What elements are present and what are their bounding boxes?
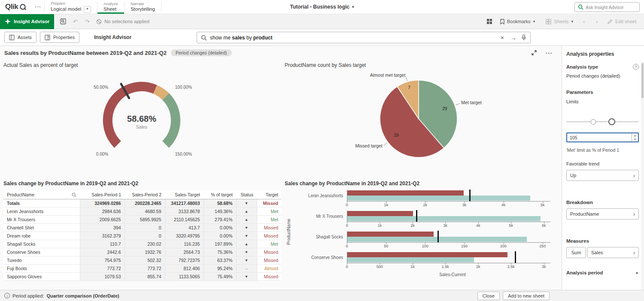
pie-chart[interactable]: ProductName count by Sales target 29Met …	[281, 60, 562, 178]
table-row[interactable]: Dream robe3162.37903320.497950.00%▼Misse…	[3, 232, 281, 240]
expand-icon[interactable]	[532, 50, 537, 55]
table-row[interactable]: Shagall Socks110.7230.02116.235197.89%▲M…	[3, 240, 281, 248]
met-limit-input[interactable]	[567, 133, 632, 141]
panel-scrollbar[interactable]	[641, 62, 644, 290]
slider-handle-low[interactable]	[591, 119, 596, 125]
limits-widget: ▲▼ 'Met' limit as % of Period 1	[566, 107, 639, 153]
period2-bar[interactable]	[347, 216, 541, 221]
sheets-menu[interactable]: Sheets ▾	[542, 19, 577, 24]
period1-bar[interactable]	[347, 190, 464, 196]
app-title-selector[interactable]: Tutorial - Business logic ▾	[290, 0, 354, 14]
column-header[interactable]: % of target	[204, 190, 236, 199]
nav-analyze[interactable]: Analyze Sheet	[97, 0, 124, 14]
next-sheet-icon[interactable]: ›	[591, 16, 602, 27]
more-menu-button[interactable]: ⋯	[31, 0, 44, 14]
nav-narrate[interactable]: Narrate Storytelling	[125, 0, 161, 14]
ask-insight-advisor-search[interactable]	[574, 2, 640, 12]
selection-tools: ↶ ↷ No selections applied	[54, 16, 155, 27]
search-query-text[interactable]: show me sales by product	[210, 35, 496, 41]
gauge-chart[interactable]: Actual Sales as percent of target 0.00%5…	[0, 60, 281, 178]
period2-bar[interactable]	[347, 257, 474, 262]
microphone-icon[interactable]	[521, 34, 526, 41]
analysis-type-badge[interactable]: Period changes (detailed)	[171, 49, 232, 56]
sheet-overview-icon[interactable]	[484, 16, 495, 27]
divider	[161, 2, 161, 12]
bullet-category-label: Mr X Trousers	[292, 211, 347, 222]
column-header[interactable]: Sales-Period 1	[80, 190, 125, 199]
column-header[interactable]: Sales-Target	[165, 190, 204, 199]
stepper-buttons[interactable]: ▲▼	[632, 133, 638, 141]
table-row[interactable]: Chantell Shirt3940413.70.00%▼Missed	[3, 224, 281, 232]
axis-tick-label: 3k	[462, 203, 467, 207]
help-icon[interactable]: ?	[633, 64, 639, 70]
axis-tick-label: 2.5k	[507, 265, 515, 269]
table-cell: Chantell Shirt	[3, 224, 80, 232]
ask-insight-advisor-input[interactable]	[586, 5, 636, 10]
chart-more-menu-icon[interactable]: ⋯	[545, 49, 552, 57]
period1-bar[interactable]	[347, 232, 434, 237]
chevron-right-icon: ›	[633, 211, 635, 217]
table-cell: Almost	[257, 265, 281, 273]
limits-slider[interactable]	[566, 118, 639, 126]
step-back-icon[interactable]: ↶	[70, 16, 81, 27]
table-cell: 2110.145625	[165, 216, 204, 224]
x-axis-title: Sales-Current	[347, 272, 558, 277]
clear-search-icon[interactable]: ×	[499, 34, 506, 41]
table-cell: 5895.9925	[125, 216, 165, 224]
period2-bar[interactable]	[347, 237, 527, 242]
step-up-icon[interactable]: ▲	[634, 134, 636, 138]
step-forward-icon[interactable]: ↷	[82, 16, 93, 27]
bookmarks-menu[interactable]: Bookmarks ▾	[497, 19, 539, 24]
bullet-chart[interactable]: Sales change by ProductName in 2019-Q2 a…	[281, 178, 562, 290]
insight-search-box[interactable]: show me sales by product × →	[197, 32, 531, 43]
insight-advisor-button[interactable]: Insight Advisor	[0, 14, 54, 29]
comparison-table[interactable]: Sales change by ProductName in 2019-Q2 a…	[0, 178, 281, 290]
chevron-down-icon[interactable]: ▾	[636, 271, 638, 275]
table-row[interactable]: Conserve Shoes2442.61932.762564.7375.36%…	[3, 248, 281, 256]
table-totals-row[interactable]: Totals324969.0286200228.2465341217.48003…	[3, 199, 281, 208]
assets-button[interactable]: Assets	[4, 32, 36, 43]
properties-button[interactable]: Properties	[40, 32, 79, 43]
table-row[interactable]: Fuji Boots773.72773.72812.40695.24%--Alm…	[3, 265, 281, 273]
selections-tool-icon[interactable]	[58, 16, 69, 27]
favorable-trend-dropdown[interactable]: Up ›	[566, 170, 639, 181]
insight-advisor-icon	[5, 18, 11, 24]
scrollbar-thumb[interactable]	[641, 63, 644, 98]
nav-prepare[interactable]: Prepare Logical model ▾	[45, 0, 97, 14]
add-to-new-sheet-button[interactable]: Add to new sheet	[503, 292, 550, 300]
almost-range-swatch	[594, 107, 611, 117]
period2-bar[interactable]	[347, 196, 530, 201]
table-row[interactable]: Mr X Trousers2009.66255895.99252110.1456…	[3, 216, 281, 224]
qlik-logo[interactable]: Qlik	[0, 0, 31, 14]
bullet-row: Shagall Socks050100150200250	[292, 231, 558, 249]
logical-model-dropdown-icon[interactable]: ▾	[84, 6, 91, 13]
qlik-logo-text: Qlik	[5, 3, 18, 11]
period1-bar[interactable]	[347, 211, 413, 216]
step-down-icon[interactable]: ▼	[634, 138, 636, 141]
close-button[interactable]: Close	[477, 292, 500, 300]
table-cell: 0.00%	[204, 224, 236, 232]
properties-label: Properties	[53, 35, 75, 40]
breakdown-dropdown[interactable]: ProductName ›	[566, 208, 639, 220]
column-header[interactable]: Sales-Period 2	[125, 190, 165, 199]
axis-tick-label: 1k	[378, 223, 382, 228]
axis-tick: 2k	[425, 202, 425, 203]
table-row[interactable]: Lenin Jeansshorts2984.6364680.593133.867…	[3, 208, 281, 216]
table-row[interactable]: Tuxedo754.975502.32792.7237563.37%▼Misse…	[3, 256, 281, 265]
column-search-icon[interactable]	[72, 193, 76, 197]
submit-search-icon[interactable]: →	[509, 34, 518, 41]
table-row[interactable]: Sapporoo Gloves1079.53855.741133.506575.…	[3, 273, 281, 281]
edit-sheet-button[interactable]: Edit sheet	[604, 19, 640, 24]
aggregation-dropdown[interactable]: Sum	[566, 247, 586, 258]
slider-handle-high[interactable]	[608, 118, 615, 125]
bullet-category-label: Conserve Shoes	[292, 252, 347, 263]
axis-tick: 0	[347, 263, 347, 265]
table-cell: 0	[125, 232, 165, 240]
met-limit-spinner[interactable]: ▲▼	[566, 132, 639, 142]
period1-bar[interactable]	[347, 252, 507, 257]
column-header[interactable]: ProductName	[3, 190, 80, 199]
column-header[interactable]: Status	[236, 190, 257, 199]
previous-sheet-icon[interactable]: ‹	[578, 16, 589, 27]
measure-field-dropdown[interactable]: Sales ›	[587, 247, 639, 258]
column-header[interactable]: Target	[257, 190, 281, 199]
